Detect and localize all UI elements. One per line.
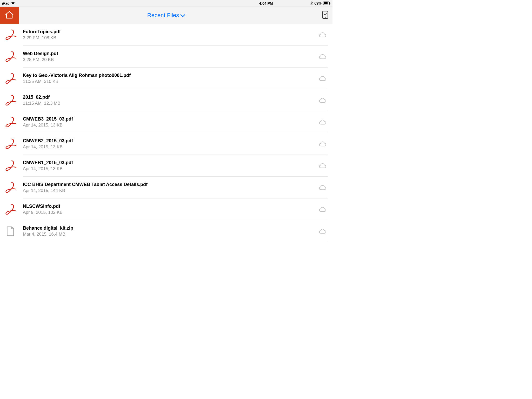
svg-point-4 [325, 17, 326, 18]
file-row[interactable]: FutureTopics.pdf3:29 PM, 108 KB [0, 24, 332, 46]
file-row[interactable]: 2015_02.pdf11:15 AM, 12.3 MB [0, 89, 332, 111]
home-icon [5, 11, 14, 20]
home-button[interactable] [0, 7, 19, 24]
cloud-status-icon[interactable] [317, 24, 328, 46]
pdf-icon [5, 203, 23, 215]
battery-icon [323, 2, 330, 5]
file-meta: 3:28 PM, 20 KB [23, 57, 314, 62]
file-row[interactable]: ICC BHIS Department CMWEB Tablet Access … [0, 177, 332, 198]
device-check-icon [322, 15, 328, 20]
pdf-icon [5, 182, 23, 194]
file-row[interactable]: Behance digital_kit.zipMar 4, 2015, 16.4… [0, 220, 332, 242]
bluetooth-icon [310, 1, 313, 5]
cloud-status-icon[interactable] [317, 133, 328, 155]
cloud-status-icon[interactable] [317, 46, 328, 68]
battery-pct: 69% [314, 1, 322, 5]
pdf-icon [5, 116, 23, 128]
pdf-icon [5, 94, 23, 106]
cloud-status-icon[interactable] [317, 155, 328, 177]
toolbar: Recent Files [0, 7, 332, 24]
pdf-icon [5, 72, 23, 84]
file-list: FutureTopics.pdf3:29 PM, 108 KBWeb Desig… [0, 24, 332, 242]
cloud-status-icon[interactable] [317, 68, 328, 89]
svg-rect-1 [324, 2, 328, 4]
file-name: Behance digital_kit.zip [23, 225, 314, 231]
svg-rect-2 [330, 3, 330, 4]
status-bar: iPad 4:04 PM 69% [0, 0, 332, 7]
file-row[interactable]: Key to Geo.-Victoria Alig Rohman photo00… [0, 68, 332, 89]
file-name: CMWEB3_2015_03.pdf [23, 116, 314, 122]
file-row[interactable]: CMWEB3_2015_03.pdfApr 14, 2015, 13 KB [0, 111, 332, 133]
file-row[interactable]: CMWEB1_2015_03.pdfApr 14, 2015, 13 KB [0, 155, 332, 177]
file-name: 2015_02.pdf [23, 95, 314, 100]
cloud-status-icon[interactable] [317, 198, 328, 220]
cloud-status-icon[interactable] [317, 220, 328, 242]
carrier-label: iPad [2, 1, 9, 5]
file-name: CMWEB1_2015_03.pdf [23, 160, 314, 165]
file-name: ICC BHIS Department CMWEB Tablet Access … [23, 182, 314, 187]
pdf-icon [5, 51, 23, 63]
file-name: Web Design.pdf [23, 51, 314, 56]
pdf-icon [5, 29, 23, 41]
pdf-icon [5, 138, 23, 150]
file-row[interactable]: CMWEB2_2015_03.pdfApr 14, 2015, 13 KB [0, 133, 332, 155]
chevron-down-icon [181, 12, 185, 19]
file-meta: Apr 14, 2015, 13 KB [23, 166, 314, 171]
wifi-icon [11, 2, 15, 5]
file-meta: Apr 14, 2015, 144 KB [23, 188, 314, 193]
cloud-status-icon[interactable] [317, 89, 328, 111]
file-meta: Apr 9, 2015, 102 KB [23, 210, 314, 215]
file-name: NLSCWSInfo.pdf [23, 204, 314, 209]
file-name: CMWEB2_2015_03.pdf [23, 138, 314, 144]
pdf-icon [5, 160, 23, 172]
cloud-status-icon[interactable] [317, 111, 328, 133]
file-name: FutureTopics.pdf [23, 29, 314, 35]
cloud-status-icon[interactable] [317, 177, 328, 198]
file-meta: 11:35 AM, 310 KB [23, 79, 314, 84]
file-meta: Mar 4, 2015, 16.4 MB [23, 232, 314, 237]
status-time: 4:04 PM [259, 1, 273, 5]
view-title: Recent Files [147, 12, 179, 19]
view-selector[interactable]: Recent Files [147, 12, 185, 19]
file-meta: Apr 14, 2015, 13 KB [23, 123, 314, 128]
file-icon [5, 225, 23, 237]
file-name: Key to Geo.-Victoria Alig Rohman photo00… [23, 73, 314, 78]
file-meta: Apr 14, 2015, 13 KB [23, 144, 314, 150]
file-row[interactable]: Web Design.pdf3:28 PM, 20 KB [0, 46, 332, 68]
file-meta: 3:29 PM, 108 KB [23, 35, 314, 41]
device-sync-button[interactable] [322, 11, 328, 20]
file-meta: 11:15 AM, 12.3 MB [23, 101, 314, 106]
file-row[interactable]: NLSCWSInfo.pdfApr 9, 2015, 102 KB [0, 198, 332, 220]
